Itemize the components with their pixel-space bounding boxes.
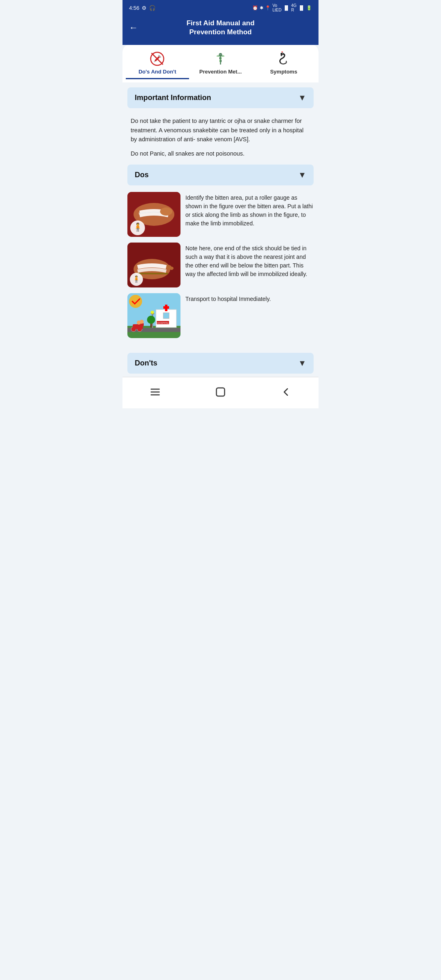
donts-header[interactable]: Don'ts ▼ [127, 353, 314, 374]
status-left: 4:56 ⚙ 🎧 [129, 5, 156, 11]
donts-section: Don'ts ▼ [127, 353, 314, 374]
tab-dos-donts[interactable]: Do's And Don't [126, 50, 189, 79]
dos-text-3: Transport to hospital Immediately. [185, 293, 314, 303]
page-title: First Aid Manual andPrevention Method [187, 19, 255, 37]
svg-line-4 [151, 53, 163, 65]
status-right: ⏰ ✱ 📍 VoLtED ▐▌ 4GR ▐▌ 🔋 [252, 3, 312, 12]
alarm-icon: ⏰ [252, 5, 258, 11]
dos-header[interactable]: Dos ▼ [127, 165, 314, 185]
svg-text:🧍: 🧍 [133, 222, 143, 232]
svg-text:🧍: 🧍 [132, 275, 140, 283]
svg-rect-18 [136, 273, 168, 274]
svg-rect-25 [163, 313, 169, 318]
tab-container: Do's And Don't Prevention [122, 44, 318, 82]
back-button[interactable]: ← [129, 22, 138, 33]
back-nav-button[interactable] [277, 383, 295, 401]
dos-item-1: 🧍 Identify the bitten area, put a roller… [127, 192, 314, 237]
menu-button[interactable] [146, 383, 164, 401]
main-content: Important Information ▼ Do not take the … [122, 82, 318, 374]
dos-items-list: 🧍 Identify the bitten area, put a roller… [127, 189, 314, 347]
donts-chevron: ▼ [298, 359, 306, 368]
tab-symptoms[interactable]: Symptoms [252, 50, 315, 79]
location-icon: 📍 [265, 5, 271, 11]
dos-item-2: 🧍 Note here, one end of the stick should… [127, 243, 314, 287]
dos-title: Dos [135, 171, 149, 179]
svg-text:HOSPITAL: HOSPITAL [157, 322, 169, 324]
signal-bars: ▐▌ [283, 5, 290, 10]
header: ← First Aid Manual andPrevention Method [122, 15, 318, 45]
tab-prevention[interactable]: Prevention Met... [189, 50, 252, 79]
tab-symptoms-label: Symptoms [270, 69, 297, 75]
tabs: Do's And Don't Prevention [122, 50, 318, 82]
dos-text-2: Note here, one end of the stick should b… [185, 243, 314, 278]
svg-rect-27 [163, 306, 169, 309]
signal-text: VoLtED [272, 3, 281, 12]
dos-text-1: Identify the bitten area, put a roller g… [185, 192, 314, 228]
time: 4:56 [129, 5, 139, 11]
svg-point-11 [160, 207, 172, 216]
bluetooth-icon: ✱ [260, 5, 263, 11]
status-bar: 4:56 ⚙ 🎧 ⏰ ✱ 📍 VoLtED ▐▌ 4GR ▐▌ 🔋 [122, 0, 318, 15]
home-button[interactable] [212, 383, 229, 401]
dos-image-1: 🧍 [127, 192, 180, 237]
important-info-title: Important Information [135, 94, 211, 102]
svg-point-38 [140, 320, 144, 324]
dos-image-2: 🧍 [127, 243, 180, 287]
important-info-content: Do not take the patient to any tantric o… [127, 111, 314, 165]
battery-icon: 🔋 [306, 5, 312, 11]
svg-rect-45 [216, 388, 225, 396]
tab-prevention-label: Prevention Met... [199, 69, 242, 75]
network-text: 4GR [291, 3, 296, 12]
info-paragraph-1: Do not take the patient to any tantric o… [131, 116, 310, 144]
dos-item-3: HOSPITAL [127, 293, 314, 338]
snake-icon [276, 51, 291, 66]
svg-point-8 [282, 53, 283, 54]
dos-image-3: HOSPITAL [127, 293, 180, 338]
donts-title: Don'ts [135, 359, 157, 368]
svg-point-39 [129, 295, 142, 308]
settings-icon: ⚙ [142, 5, 147, 11]
svg-point-41 [147, 316, 155, 324]
important-info-chevron: ▼ [298, 93, 306, 102]
network-bars: ▐▌ [298, 5, 305, 10]
nav-bar [122, 377, 318, 408]
svg-point-32 [151, 311, 154, 314]
headset-icon: 🎧 [149, 5, 156, 11]
dos-chevron: ▼ [298, 170, 306, 180]
svg-point-17 [169, 267, 174, 270]
no-syringe-icon [150, 51, 165, 66]
tab-dos-donts-label: Do's And Don't [138, 69, 176, 75]
caduceus-icon [213, 51, 228, 66]
info-paragraph-2: Do not Panic, all snakes are not poisono… [131, 149, 310, 158]
important-info-header[interactable]: Important Information ▼ [127, 87, 314, 108]
